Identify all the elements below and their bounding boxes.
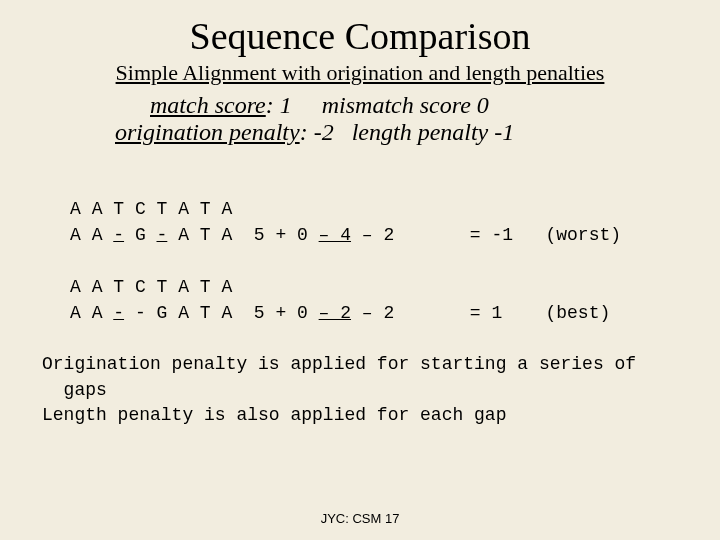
params-line-1: match score: 1 mismatch score 0 <box>0 92 720 119</box>
a1-r2-c3: G <box>135 225 146 245</box>
a1-r2-c2: - <box>113 225 124 245</box>
a2-calc-mid: – 2 <box>319 303 351 323</box>
a1-r1-c5: A <box>178 199 189 219</box>
origination-value: : -2 <box>300 119 334 145</box>
a2-r2-c5: A <box>178 303 189 323</box>
a2-r2-c7: A <box>221 303 232 323</box>
page-subtitle: Simple Alignment with origination and le… <box>0 60 720 86</box>
alignment-examples: A A T C T A T A A A - G - A T A 5 + 0 – … <box>0 196 720 326</box>
a2-calc-pre: 5 + 0 <box>254 303 319 323</box>
a2-r2-c6: T <box>200 303 211 323</box>
a1-r1-c2: T <box>113 199 124 219</box>
match-value: : 1 <box>266 92 292 118</box>
a2-r1-c7: A <box>221 277 232 297</box>
a1-r1-c1: A <box>92 199 103 219</box>
match-label: match score <box>150 92 266 118</box>
a2-r1-c3: C <box>135 277 146 297</box>
a1-r2-c5: A <box>178 225 189 245</box>
explain-line-1: Origination penalty is applied for start… <box>42 354 636 374</box>
page-title: Sequence Comparison <box>0 0 720 58</box>
a1-r2-c4: - <box>157 225 168 245</box>
a1-calc-post: – 2 = -1 (worst) <box>351 225 621 245</box>
a1-calc-pre: 5 + 0 <box>254 225 319 245</box>
mismatch-value: 0 <box>471 92 489 118</box>
a2-r1-c4: T <box>157 277 168 297</box>
a2-r1-c0: A <box>70 277 81 297</box>
a1-calc-mid: – 4 <box>319 225 351 245</box>
a1-r2-c1: A <box>92 225 103 245</box>
params-block: match score: 1 mismatch score 0 originat… <box>0 92 720 146</box>
a2-r1-c1: A <box>92 277 103 297</box>
a1-r1-c3: C <box>135 199 146 219</box>
a1-r1-c4: T <box>157 199 168 219</box>
a2-r2-c4: G <box>157 303 168 323</box>
explain-line-3: Length penalty is also applied for each … <box>42 405 506 425</box>
a1-r2-c6: T <box>200 225 211 245</box>
a2-r2-c2: - <box>113 303 124 323</box>
origination-label: origination penalty <box>115 119 300 145</box>
length-value: -1 <box>488 119 514 145</box>
slide-footer: JYC: CSM 17 <box>0 511 720 526</box>
a2-r1-c6: T <box>200 277 211 297</box>
params-line-2: origination penalty: -2 length penalty -… <box>0 119 720 146</box>
a2-r1-c5: A <box>178 277 189 297</box>
a2-calc-post: – 2 = 1 (best) <box>351 303 610 323</box>
length-label: length penalty <box>352 119 489 145</box>
a1-r1-c6: T <box>200 199 211 219</box>
a1-r1-c0: A <box>70 199 81 219</box>
a2-r2-c3: - <box>135 303 146 323</box>
a1-r2-c7: A <box>221 225 232 245</box>
a2-r2-c1: A <box>92 303 103 323</box>
explain-line-2: gaps <box>42 380 107 400</box>
a1-r2-c0: A <box>70 225 81 245</box>
a2-r2-c0: A <box>70 303 81 323</box>
a1-r1-c7: A <box>221 199 232 219</box>
a2-r1-c2: T <box>113 277 124 297</box>
slide: Sequence Comparison Simple Alignment wit… <box>0 0 720 540</box>
mismatch-label: mismatch score <box>322 92 471 118</box>
explain-block: Origination penalty is applied for start… <box>0 352 720 428</box>
